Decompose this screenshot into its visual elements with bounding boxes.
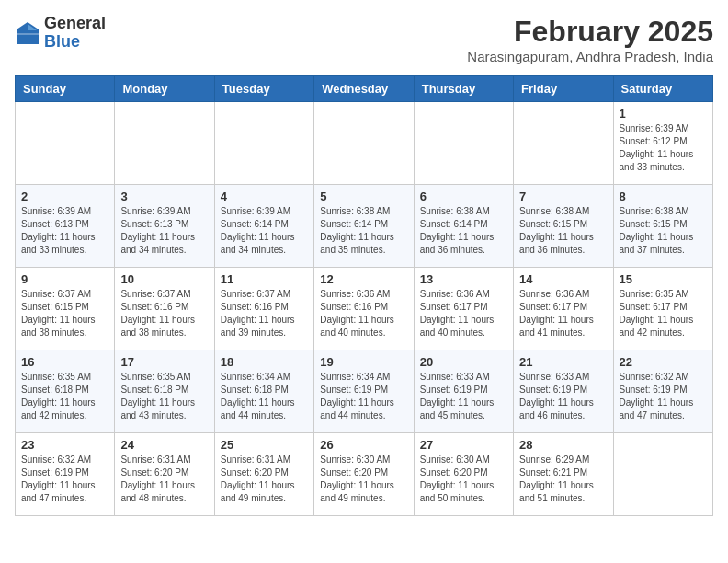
day-info: Sunrise: 6:30 AMSunset: 6:20 PMDaylight:… (320, 454, 407, 505)
day-info: Sunrise: 6:36 AMSunset: 6:17 PMDaylight:… (519, 288, 607, 339)
day-info: Sunrise: 6:31 AMSunset: 6:20 PMDaylight:… (120, 454, 208, 505)
day-info: Sunrise: 6:38 AMSunset: 6:14 PMDaylight:… (420, 205, 507, 257)
day-info: Sunrise: 6:35 AMSunset: 6:17 PMDaylight:… (620, 288, 707, 339)
day-of-week-header: Tuesday (214, 76, 313, 102)
calendar-cell: 20Sunrise: 6:33 AMSunset: 6:19 PMDayligh… (414, 350, 513, 433)
calendar-cell (514, 102, 613, 185)
calendar-cell: 5Sunrise: 6:38 AMSunset: 6:14 PMDaylight… (314, 185, 414, 268)
day-number: 2 (21, 190, 108, 203)
calendar-cell (115, 102, 214, 185)
day-number: 26 (320, 438, 407, 452)
day-info: Sunrise: 6:39 AMSunset: 6:13 PMDaylight:… (120, 205, 208, 257)
day-number: 13 (420, 272, 507, 286)
day-info: Sunrise: 6:35 AMSunset: 6:18 PMDaylight:… (120, 371, 208, 422)
day-number: 23 (21, 438, 108, 452)
day-info: Sunrise: 6:39 AMSunset: 6:12 PMDaylight:… (620, 122, 707, 174)
day-info: Sunrise: 6:34 AMSunset: 6:18 PMDaylight:… (221, 371, 308, 422)
day-number: 22 (620, 355, 707, 369)
day-number: 4 (221, 190, 308, 203)
calendar-cell: 25Sunrise: 6:31 AMSunset: 6:20 PMDayligh… (214, 433, 313, 516)
day-number: 18 (221, 355, 308, 369)
day-info: Sunrise: 6:38 AMSunset: 6:15 PMDaylight:… (519, 205, 607, 257)
day-of-week-header: Sunday (16, 76, 115, 102)
day-number: 17 (120, 355, 208, 369)
calendar-cell: 22Sunrise: 6:32 AMSunset: 6:19 PMDayligh… (613, 350, 712, 433)
day-info: Sunrise: 6:31 AMSunset: 6:20 PMDaylight:… (221, 454, 308, 505)
day-info: Sunrise: 6:29 AMSunset: 6:21 PMDaylight:… (519, 454, 607, 505)
calendar-cell: 21Sunrise: 6:33 AMSunset: 6:19 PMDayligh… (514, 350, 613, 433)
calendar-cell: 7Sunrise: 6:38 AMSunset: 6:15 PMDaylight… (514, 185, 613, 268)
title-block: February 2025 Narasingapuram, Andhra Pra… (467, 15, 713, 64)
page-header: General Blue February 2025 Narasingapura… (15, 15, 713, 64)
calendar-week-row: 16Sunrise: 6:35 AMSunset: 6:18 PMDayligh… (16, 350, 713, 433)
calendar-cell: 13Sunrise: 6:36 AMSunset: 6:17 PMDayligh… (414, 268, 513, 350)
calendar-cell: 12Sunrise: 6:36 AMSunset: 6:16 PMDayligh… (314, 268, 414, 350)
day-info: Sunrise: 6:37 AMSunset: 6:16 PMDaylight:… (120, 288, 208, 339)
day-info: Sunrise: 6:32 AMSunset: 6:19 PMDaylight:… (620, 371, 707, 422)
calendar-cell: 14Sunrise: 6:36 AMSunset: 6:17 PMDayligh… (514, 268, 613, 350)
day-number: 1 (620, 107, 707, 121)
logo-text: General Blue (44, 15, 106, 52)
calendar-cell: 24Sunrise: 6:31 AMSunset: 6:20 PMDayligh… (115, 433, 214, 516)
day-number: 9 (21, 272, 108, 286)
day-number: 11 (221, 272, 308, 286)
calendar-cell: 8Sunrise: 6:38 AMSunset: 6:15 PMDaylight… (613, 185, 712, 268)
calendar-week-row: 23Sunrise: 6:32 AMSunset: 6:19 PMDayligh… (16, 433, 713, 516)
calendar-cell: 26Sunrise: 6:30 AMSunset: 6:20 PMDayligh… (314, 433, 414, 516)
day-number: 16 (21, 355, 108, 369)
calendar-cell (314, 102, 414, 185)
calendar-subtitle: Narasingapuram, Andhra Pradesh, India (467, 49, 713, 64)
day-info: Sunrise: 6:37 AMSunset: 6:16 PMDaylight:… (221, 288, 308, 339)
day-info: Sunrise: 6:39 AMSunset: 6:13 PMDaylight:… (21, 205, 108, 257)
day-info: Sunrise: 6:36 AMSunset: 6:16 PMDaylight:… (320, 288, 407, 339)
day-number: 14 (519, 272, 607, 286)
day-info: Sunrise: 6:33 AMSunset: 6:19 PMDaylight:… (519, 371, 607, 422)
calendar-cell: 28Sunrise: 6:29 AMSunset: 6:21 PMDayligh… (514, 433, 613, 516)
calendar-cell (16, 102, 115, 185)
day-number: 21 (519, 355, 607, 369)
day-info: Sunrise: 6:35 AMSunset: 6:18 PMDaylight:… (21, 371, 108, 422)
calendar-week-row: 9Sunrise: 6:37 AMSunset: 6:15 PMDaylight… (16, 268, 713, 350)
calendar-cell: 18Sunrise: 6:34 AMSunset: 6:18 PMDayligh… (214, 350, 313, 433)
day-info: Sunrise: 6:36 AMSunset: 6:17 PMDaylight:… (420, 288, 507, 339)
day-number: 24 (120, 438, 208, 452)
calendar-cell: 27Sunrise: 6:30 AMSunset: 6:20 PMDayligh… (414, 433, 513, 516)
day-number: 27 (420, 438, 507, 452)
day-info: Sunrise: 6:39 AMSunset: 6:14 PMDaylight:… (221, 205, 308, 257)
day-number: 28 (519, 438, 607, 452)
calendar-cell: 16Sunrise: 6:35 AMSunset: 6:18 PMDayligh… (16, 350, 115, 433)
calendar-cell: 10Sunrise: 6:37 AMSunset: 6:16 PMDayligh… (115, 268, 214, 350)
day-number: 15 (620, 272, 707, 286)
day-number: 3 (120, 190, 208, 203)
calendar-cell: 9Sunrise: 6:37 AMSunset: 6:15 PMDaylight… (16, 268, 115, 350)
logo: General Blue (15, 15, 106, 52)
calendar-cell: 17Sunrise: 6:35 AMSunset: 6:18 PMDayligh… (115, 350, 214, 433)
day-number: 12 (320, 272, 407, 286)
calendar-cell: 2Sunrise: 6:39 AMSunset: 6:13 PMDaylight… (16, 185, 115, 268)
day-number: 8 (620, 190, 707, 203)
calendar-cell (214, 102, 313, 185)
calendar-cell (414, 102, 513, 185)
calendar-cell: 3Sunrise: 6:39 AMSunset: 6:13 PMDaylight… (115, 185, 214, 268)
day-info: Sunrise: 6:34 AMSunset: 6:19 PMDaylight:… (320, 371, 407, 422)
logo-icon (15, 20, 40, 46)
day-info: Sunrise: 6:38 AMSunset: 6:15 PMDaylight:… (620, 205, 707, 257)
calendar-week-row: 2Sunrise: 6:39 AMSunset: 6:13 PMDaylight… (16, 185, 713, 268)
svg-rect-2 (17, 33, 39, 35)
day-info: Sunrise: 6:38 AMSunset: 6:14 PMDaylight:… (320, 205, 407, 257)
day-info: Sunrise: 6:37 AMSunset: 6:15 PMDaylight:… (21, 288, 108, 339)
day-number: 20 (420, 355, 507, 369)
header-row: SundayMondayTuesdayWednesdayThursdayFrid… (16, 76, 713, 102)
calendar-cell (613, 433, 712, 516)
day-of-week-header: Saturday (613, 76, 712, 102)
calendar-cell: 11Sunrise: 6:37 AMSunset: 6:16 PMDayligh… (214, 268, 313, 350)
calendar-title: February 2025 (467, 15, 713, 49)
day-of-week-header: Monday (115, 76, 214, 102)
calendar-cell: 15Sunrise: 6:35 AMSunset: 6:17 PMDayligh… (613, 268, 712, 350)
calendar-cell: 19Sunrise: 6:34 AMSunset: 6:19 PMDayligh… (314, 350, 414, 433)
day-number: 10 (120, 272, 208, 286)
calendar-cell: 4Sunrise: 6:39 AMSunset: 6:14 PMDaylight… (214, 185, 313, 268)
day-of-week-header: Wednesday (314, 76, 414, 102)
day-info: Sunrise: 6:30 AMSunset: 6:20 PMDaylight:… (420, 454, 507, 505)
calendar-week-row: 1Sunrise: 6:39 AMSunset: 6:12 PMDaylight… (16, 102, 713, 185)
